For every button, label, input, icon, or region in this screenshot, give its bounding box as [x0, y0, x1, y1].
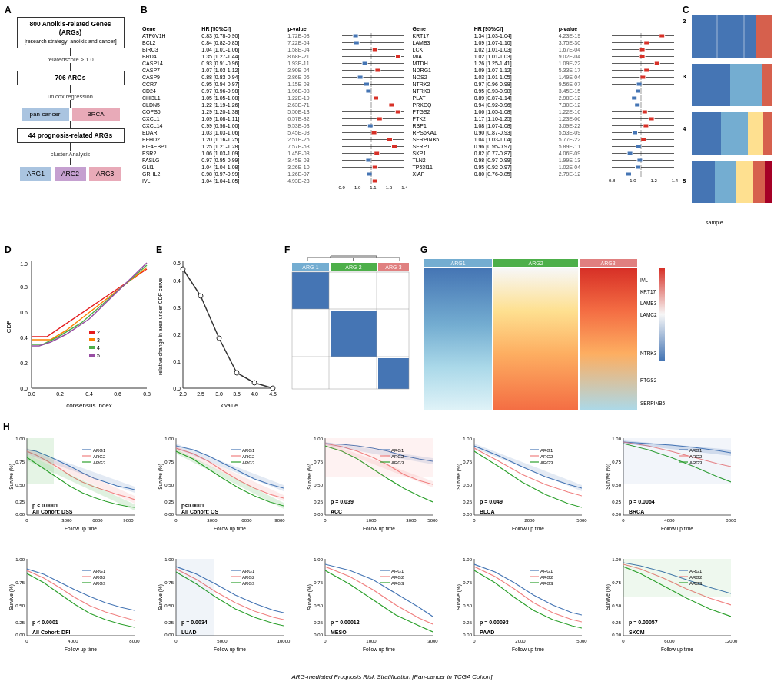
brca-highlight: [623, 438, 731, 484]
svg-rect-131: [635, 103, 639, 106]
rc-y03: 0.3: [173, 305, 181, 311]
brca-y075: 0.75: [612, 460, 621, 464]
forest-gene: EDAR: [141, 129, 200, 136]
os-arg2-shade: [176, 446, 284, 501]
svg-rect-171: [626, 172, 631, 175]
dfi-y025: 0.25: [15, 620, 25, 625]
dfi-x0: 0: [25, 639, 28, 643]
forest-pval: 1.99E-13: [557, 157, 609, 164]
cluster-3-blue: [692, 64, 730, 106]
forest-pval: 4.06E-09: [557, 150, 609, 157]
meso-leg3-text: ARG3: [391, 581, 404, 586]
forest-pval: 2.51E-25: [286, 136, 338, 143]
cluster-4-b1: [692, 112, 721, 155]
acc-leg2-text: ARG2: [391, 454, 404, 459]
forest-gene: BRD4: [141, 53, 200, 60]
cluster-2-pink: [756, 15, 772, 58]
forest-gene: BIRC3: [141, 46, 200, 53]
forest-hr: 1.17 [1.10-1.25]: [473, 115, 557, 122]
dfi-arg2-line: [27, 570, 135, 620]
panel-b-label: B: [141, 5, 148, 15]
skcm-y025: 0.25: [612, 620, 621, 625]
forest-plot-cell: [609, 67, 678, 74]
forest-gene: EFHD2: [141, 136, 200, 143]
forest-gene: GLI1: [141, 164, 200, 171]
forest-hr: 1.20 [1.16-1.25]: [200, 136, 286, 143]
forest-pval: 2.63E-71: [286, 101, 338, 108]
forest-hr: 0.82 [0.77-0.87]: [473, 150, 557, 157]
dss-y075: 0.75: [15, 460, 25, 464]
paad-x5000: 5000: [576, 639, 587, 643]
forest-table-right: Gene HR [95%CI] p-value KRT17 1.34 [1.03…: [411, 26, 679, 178]
acc-pval: p = 0.039: [331, 499, 354, 505]
luad-leg2-text: ARG2: [242, 575, 255, 580]
panel-g: G ARG1 ARG2 ARG3: [419, 243, 781, 420]
skcm-x-label: Follow up time: [661, 646, 693, 653]
brca-x8000: 8000: [726, 518, 736, 523]
forest-plot-cell: [339, 81, 408, 88]
forest-pval: 5.89E-11: [557, 143, 609, 150]
forest-plot-cell: [339, 122, 408, 129]
forest-plot-cell: [609, 143, 678, 150]
top-row: A 800 Anoikis-related Genes (ARGs) [rese…: [3, 3, 781, 241]
svg-rect-123: [636, 89, 640, 92]
forest-pval: 7.30E-12: [557, 101, 609, 108]
forest-pval: 4.93E-23: [286, 178, 338, 184]
panel-h-header: H: [3, 421, 781, 432]
cdf-x04: 0.4: [85, 391, 93, 397]
scale-low: LOW: [666, 355, 666, 360]
svg-rect-27: [357, 75, 362, 78]
svg-rect-63: [387, 138, 392, 141]
forest-pval: 1.93E-11: [286, 60, 338, 67]
survival-skcm-svg: 1.00 0.75 0.50 0.25 0.00 0 6000 12000 p …: [602, 555, 745, 655]
panel-g-label: G: [420, 244, 427, 255]
rc-x2: 2.0: [179, 391, 187, 397]
forest-plot-cell: [609, 164, 678, 171]
blca-x0: 0: [473, 518, 476, 523]
dss-y050: 0.50: [15, 483, 25, 487]
svg-rect-43: [389, 103, 394, 106]
forest-pval: 1.58E-04: [286, 46, 338, 53]
cdf-x-label: consensus index: [66, 402, 112, 409]
meso-y000: 0.00: [314, 633, 323, 637]
gene-lamb3: LAMB3: [640, 301, 657, 306]
forest-hr: 0.95 [0.93-0.98]: [473, 88, 557, 95]
forest-gene: PTGS2: [411, 108, 473, 115]
flow-box-pancancer: pan-cancer: [22, 108, 69, 121]
forest-hr: 1.04 [1.04-1.08]: [200, 164, 286, 171]
forest-pval: 1.22E-16: [557, 108, 609, 115]
flow-arrow-4: [70, 100, 71, 108]
svg-rect-87: [372, 179, 377, 182]
acc-y100: 1.00: [314, 437, 323, 441]
dss-y-label: Survive (%): [8, 464, 15, 490]
forest-hr: 1.09 [1.08-1.11]: [200, 115, 286, 122]
survival-brca: 1.00 0.75 0.50 0.25 0.00 0 4000 8000 p =…: [600, 432, 747, 551]
forest-plot-cell: [339, 32, 408, 40]
panel-a-label: A: [5, 5, 12, 15]
rc-x45: 4.5: [269, 391, 277, 397]
brca-leg2-text: ARG2: [689, 454, 703, 459]
acc-y025: 0.25: [314, 500, 323, 504]
acc-leg1-text: ARG1: [391, 448, 404, 453]
forest-pval: 1.45E-08: [286, 150, 338, 157]
cluster-5-b2: [715, 161, 736, 203]
survival-skcm: 1.00 0.75 0.50 0.25 0.00 0 6000 12000 p …: [600, 553, 747, 672]
forest-gene: EIF4EBP1: [141, 143, 200, 150]
forest-plot-cell: [609, 122, 678, 129]
forest-hr: 1.02 [1.01-1.03]: [473, 53, 557, 60]
dss-y000: 0.00: [15, 512, 25, 517]
flow-arrow-2: [70, 63, 71, 71]
acc-highlight: [325, 438, 433, 477]
forest-plot-cell: [609, 157, 678, 164]
dss-pval: p < 0.0001: [32, 503, 58, 509]
svg-rect-163: [637, 158, 642, 161]
forest-hr: 0.97 [0.96-0.98]: [473, 81, 557, 88]
paad-x0: 0: [473, 639, 476, 643]
forest-gene: RPS6KA1: [411, 129, 473, 136]
os-x3000: 3000: [207, 518, 218, 523]
forest-pval: 3.09E-22: [557, 122, 609, 129]
forest-hr: 0.93 [0.91-0.96]: [200, 60, 286, 67]
figure-container: A 800 Anoikis-related Genes (ARGs) [rese…: [0, 0, 784, 688]
forest-hr: 0.95 [0.94-0.97]: [200, 81, 286, 88]
panel-d: D 0.0 0.2 0.4 0.6 0.8 1.0 0.0 0.2 0.4 0.…: [3, 243, 153, 420]
